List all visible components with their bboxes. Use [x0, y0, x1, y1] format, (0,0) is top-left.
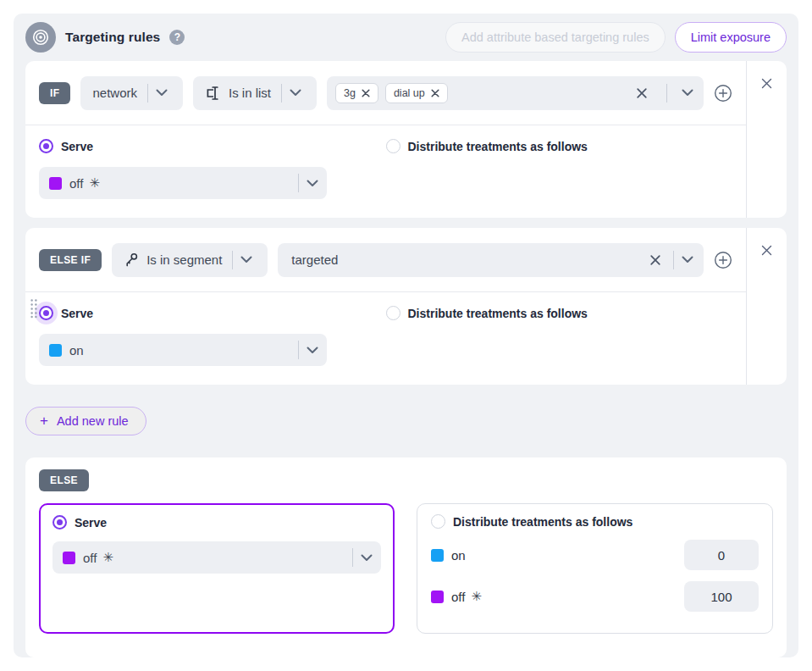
serve-radio[interactable] — [52, 515, 67, 530]
distribute-label: Distribute treatments as follows — [408, 140, 588, 153]
clear-segment-icon[interactable] — [648, 252, 663, 268]
chip-label: 3g — [344, 87, 356, 99]
distribute-option[interactable]: Distribute treatments as follows — [386, 139, 588, 153]
distribution-row: off ✳ 100 — [431, 581, 759, 612]
serve-label: Serve — [75, 516, 107, 530]
string-matcher-icon — [205, 86, 222, 101]
default-treatment-marker: ✳ — [89, 175, 100, 191]
serve-section: Serve Distribute treatments as follows o… — [25, 292, 746, 385]
condition-row: IF network Is in list — [25, 61, 746, 125]
add-new-rule-button[interactable]: + Add new rule — [25, 407, 146, 435]
chip-label: dial up — [394, 87, 425, 99]
segment-value: targeted — [291, 252, 338, 267]
rule-side-column — [746, 228, 787, 385]
treatment-name: on — [451, 548, 466, 563]
chip-remove-icon[interactable] — [431, 89, 439, 97]
treatment-dropdown[interactable]: off ✳ — [52, 541, 381, 574]
serve-label: Serve — [61, 307, 93, 320]
drag-handle-icon[interactable] — [30, 298, 38, 322]
distribute-label: Distribute treatments as follows — [453, 515, 632, 529]
matcher-dropdown-value: Is in list — [229, 86, 271, 100]
distribute-radio[interactable] — [386, 139, 400, 153]
matcher-dropdown-value: Is in segment — [146, 252, 222, 267]
condition-row: ELSE IF Is in segment targe — [25, 228, 746, 292]
else-serve-panel[interactable]: Serve off ✳ — [39, 503, 395, 634]
treatment-swatch — [63, 552, 75, 564]
distribute-option[interactable]: Distribute treatments as follows — [386, 306, 588, 320]
treatment-swatch — [431, 591, 444, 603]
matcher-dropdown[interactable]: Is in segment — [112, 243, 268, 277]
rule-card-if: IF network Is in list — [25, 61, 787, 218]
serve-radio[interactable] — [39, 306, 53, 320]
matcher-dropdown[interactable]: Is in list — [193, 76, 317, 110]
distribute-option[interactable]: Distribute treatments as follows — [431, 514, 759, 529]
page-title: Targeting rules — [65, 30, 160, 45]
treatment-name: off — [83, 551, 97, 565]
segment-key-icon — [124, 252, 140, 268]
attribute-dropdown-value: network — [92, 86, 137, 100]
distribute-radio[interactable] — [431, 514, 445, 529]
chevron-down-icon — [290, 89, 301, 97]
treatment-name: off — [69, 176, 83, 191]
else-distribute-panel[interactable]: Distribute treatments as follows on 0 of… — [417, 503, 773, 634]
distribute-radio[interactable] — [386, 306, 400, 320]
rule-card-else-if: ELSE IF Is in segment targe — [25, 228, 787, 385]
treatment-name: off — [451, 590, 465, 604]
targeting-rules-panel: Targeting rules ? Add attribute based ta… — [14, 14, 798, 657]
treatment-swatch — [49, 344, 62, 357]
distribute-label: Distribute treatments as follows — [408, 307, 588, 320]
default-treatment-marker: ✳ — [102, 550, 113, 565]
add-condition-icon[interactable] — [714, 84, 732, 103]
clear-values-icon[interactable] — [634, 86, 649, 101]
limit-exposure-button[interactable]: Limit exposure — [675, 22, 787, 53]
else-badge: ELSE — [39, 469, 89, 491]
treatment-dropdown[interactable]: off ✳ — [39, 167, 327, 199]
default-treatment-marker: ✳ — [471, 589, 482, 604]
list-values-field[interactable]: 3g dial up — [327, 76, 704, 110]
serve-option[interactable]: Serve — [52, 515, 381, 530]
attribute-dropdown[interactable]: network — [80, 76, 183, 110]
chevron-down-icon — [307, 180, 318, 187]
serve-radio[interactable] — [39, 139, 53, 153]
chip: 3g — [335, 83, 378, 103]
distribution-value-input[interactable]: 0 — [684, 540, 759, 570]
chevron-down-icon[interactable] — [682, 89, 693, 97]
add-condition-icon[interactable] — [714, 251, 732, 269]
treatment-swatch — [431, 549, 444, 562]
serve-option[interactable]: Serve — [39, 306, 386, 320]
serve-option[interactable]: Serve — [39, 139, 386, 153]
add-attribute-rules-button: Add attribute based targeting rules — [445, 22, 666, 53]
chevron-down-icon[interactable] — [682, 256, 693, 263]
add-new-rule-label: Add new rule — [57, 414, 129, 428]
chip-remove-icon[interactable] — [362, 89, 370, 97]
chevron-down-icon — [156, 89, 168, 97]
segment-field[interactable]: targeted — [278, 243, 704, 277]
delete-rule-icon[interactable] — [761, 245, 772, 256]
help-icon[interactable]: ? — [169, 30, 185, 45]
serve-section: Serve Distribute treatments as follows o… — [25, 125, 746, 218]
distribution-value-input[interactable]: 100 — [684, 581, 759, 612]
if-badge: IF — [39, 82, 70, 104]
treatment-dropdown[interactable]: on — [39, 334, 327, 366]
target-icon — [25, 22, 56, 53]
else-card: ELSE Serve off ✳ — [25, 458, 787, 657]
chip: dial up — [385, 83, 448, 103]
plus-icon: + — [40, 413, 48, 428]
else-if-badge: ELSE IF — [39, 249, 102, 271]
chevron-down-icon — [307, 347, 318, 354]
distribution-row: on 0 — [431, 540, 759, 570]
treatment-name: on — [69, 343, 84, 358]
chevron-down-icon — [361, 554, 373, 562]
delete-rule-icon[interactable] — [761, 78, 772, 89]
chevron-down-icon — [240, 256, 252, 263]
treatment-swatch — [49, 177, 62, 190]
rule-side-column — [746, 61, 787, 218]
header: Targeting rules ? Add attribute based ta… — [25, 14, 787, 61]
serve-label: Serve — [61, 140, 93, 153]
